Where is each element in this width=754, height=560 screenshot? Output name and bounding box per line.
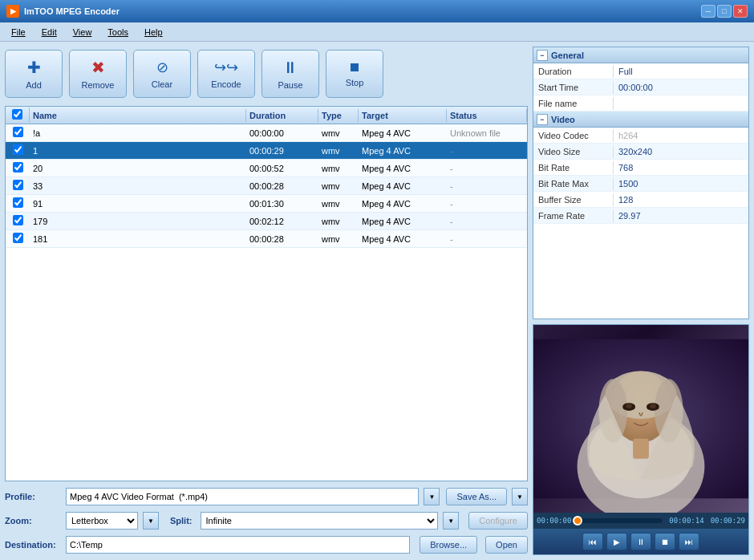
file-list-body: !a 00:00:00 wmv Mpeg 4 AVC Unknown file … [6,124,527,481]
prop-value: 128 [614,193,748,206]
stop-button[interactable]: ⏹ Stop [326,50,383,98]
prop-value [614,102,748,105]
encode-label: Encode [211,79,241,89]
zoom-dropdown-btn[interactable]: ▼ [143,512,159,530]
prop-key: Video Codec [533,129,614,142]
prop-row: Buffer Size 128 [533,192,748,208]
row-name: 33 [30,180,246,193]
timeline-bar[interactable] [578,518,663,523]
col-header-status: Status [447,109,527,122]
open-button[interactable]: Open [485,536,528,554]
prop-row: Video Codec h264 [533,128,748,144]
clear-label: Clear [152,79,172,89]
prop-key: Video Size [533,145,614,158]
prop-key: Start Time [533,81,614,94]
browse-button[interactable]: Browse... [420,536,477,554]
general-toggle[interactable]: − [537,50,548,61]
split-select[interactable]: Infinite [201,512,439,530]
file-row[interactable]: 91 00:01:30 wmv Mpeg 4 AVC - [6,195,527,213]
prop-row: Video Size 320x240 [533,144,748,160]
row-type: wmv [318,215,359,228]
row-checkbox[interactable] [13,162,23,172]
svg-point-9 [626,404,632,408]
row-status: - [447,197,527,210]
prop-row: Frame Rate 29.97 [533,208,748,224]
save-as-button[interactable]: Save As... [446,488,507,505]
row-duration: 00:00:00 [246,127,318,140]
pause-preview-button[interactable]: ⏸ [630,533,651,550]
zoom-label: Zoom: [5,516,61,526]
row-checkbox[interactable] [13,144,23,155]
prop-value: 320x240 [614,145,748,158]
row-duration: 00:00:29 [246,144,318,157]
destination-input[interactable] [66,536,410,554]
menu-tools[interactable]: Tools [99,26,136,39]
row-check[interactable] [6,231,30,246]
row-duration: 00:02:12 [246,215,318,228]
remove-button[interactable]: ✖ Remove [69,50,127,98]
minimize-button[interactable]: ─ [701,5,715,18]
row-checkbox[interactable] [13,233,23,243]
file-row[interactable]: 1 00:00:29 wmv Mpeg 4 AVC - [6,142,527,160]
profile-input[interactable] [66,488,419,505]
prop-row: Start Time 00:00:00 [533,79,748,95]
row-name: 1 [30,144,246,157]
timeline-thumb[interactable] [573,516,582,526]
file-row[interactable]: !a 00:00:00 wmv Mpeg 4 AVC Unknown file [6,124,527,142]
stop-preview-button[interactable]: ⏹ [655,533,675,550]
file-row[interactable]: 33 00:00:28 wmv Mpeg 4 AVC - [6,177,527,195]
encode-button[interactable]: ↪↪ Encode [197,50,255,98]
add-button[interactable]: ✚ Add [5,50,63,98]
row-name: 91 [30,197,246,210]
pause-button[interactable]: ⏸ Pause [261,50,319,98]
row-target: Mpeg 4 AVC [359,144,447,157]
clear-icon: ⊘ [156,59,168,76]
row-check[interactable] [6,213,30,229]
configure-button[interactable]: Configure [468,512,528,530]
row-check[interactable] [6,178,30,193]
file-row[interactable]: 179 00:02:12 wmv Mpeg 4 AVC - [6,213,527,230]
prop-value: 768 [614,161,748,174]
zoom-split-row: Zoom: Letterbox ▼ Split: Infinite ▼ Conf… [5,510,528,531]
menu-file[interactable]: File [3,26,34,39]
row-checkbox[interactable] [13,197,23,208]
play-button[interactable]: ▶ [606,533,627,550]
svg-point-10 [650,404,656,408]
bottom-controls: Profile: ▼ Save As... ▼ Zoom: Letterbox … [5,486,528,555]
row-check[interactable] [6,196,30,211]
zoom-select[interactable]: Letterbox [66,512,138,530]
prop-key: Frame Rate [533,209,614,222]
maximize-button[interactable]: □ [717,5,732,18]
app-icon: ▶ [6,5,19,18]
next-end-button[interactable]: ⏭ [679,533,699,550]
file-row[interactable]: 181 00:00:28 wmv Mpeg 4 AVC - [6,230,527,248]
split-dropdown-btn[interactable]: ▼ [443,512,459,530]
row-check[interactable] [6,143,30,158]
encode-icon: ↪↪ [214,59,238,76]
prev-start-button[interactable]: ⏮ [582,533,603,550]
row-check[interactable] [6,160,30,176]
row-status: - [447,180,527,193]
main-area: ✚ Add ✖ Remove ⊘ Clear ↪↪ Encode ⏸ Pause… [0,42,754,560]
menu-view[interactable]: View [65,26,100,39]
pause-icon: ⏸ [282,59,298,77]
profile-label: Profile: [5,492,61,501]
row-checkbox[interactable] [13,180,23,190]
select-all-checkbox[interactable] [12,109,22,120]
row-duration: 00:00:52 [246,162,318,175]
preview-panel: 00:00:00 00:00:14 00:00:29 ⏮ ▶ ⏸ ⏹ ⏭ [533,324,749,555]
file-row[interactable]: 20 00:00:52 wmv Mpeg 4 AVC - [6,160,527,177]
row-check[interactable] [6,125,30,140]
clear-button[interactable]: ⊘ Clear [133,50,191,98]
video-toggle[interactable]: − [537,114,548,125]
profile-dropdown-btn[interactable]: ▼ [424,488,440,505]
menu-edit[interactable]: Edit [34,26,65,39]
row-checkbox[interactable] [13,215,23,225]
preview-timeline[interactable]: 00:00:00 00:00:14 00:00:29 [533,513,748,529]
menu-help[interactable]: Help [136,26,171,39]
row-type: wmv [318,127,359,140]
close-button[interactable]: ✕ [733,5,748,18]
row-checkbox[interactable] [13,127,23,137]
saveas-dropdown-btn[interactable]: ▼ [512,488,528,505]
preview-controls: ⏮ ▶ ⏸ ⏹ ⏭ [533,529,748,554]
